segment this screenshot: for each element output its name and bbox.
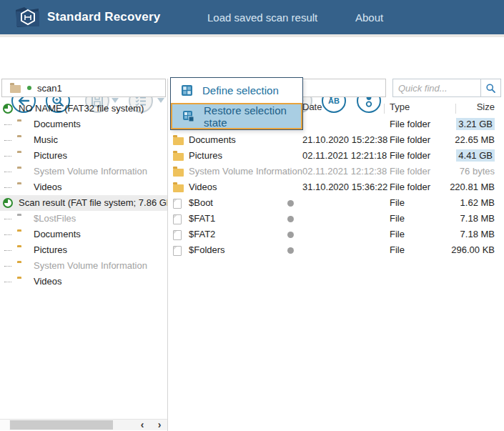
- file-list: File folder 3.21 GB Documents 21.10.2020…: [170, 117, 504, 258]
- menu-load-saved-scan-result[interactable]: Load saved scan result: [207, 0, 317, 34]
- file-row[interactable]: System Volume Information 02.11.2021 12:…: [170, 164, 504, 179]
- tree-item-label: NO NAME (FAT32 file system): [19, 101, 144, 117]
- no-date-dot-icon: [287, 247, 294, 254]
- tree-connector: [4, 250, 11, 251]
- menu-item-label: Restore selection state: [204, 104, 301, 129]
- file-name: $Boot: [189, 195, 213, 211]
- tree-item-label: Music: [34, 132, 58, 148]
- file-icon: [173, 199, 182, 209]
- file-date: 21.10.2020 15:22:38: [302, 132, 381, 148]
- tree-item-label: Pictures: [34, 148, 67, 164]
- scan-folder-icon: [10, 85, 21, 93]
- scroll-right-button[interactable]: ›: [151, 420, 168, 430]
- file-name: Documents: [189, 132, 236, 148]
- disk-icon: [3, 104, 13, 114]
- file-size: 296.00 KB: [422, 242, 495, 258]
- disk-icon: [3, 198, 13, 208]
- file-size: 76 bytes: [422, 164, 495, 179]
- column-separator: [384, 104, 385, 114]
- no-date-dot-icon: [287, 232, 294, 238]
- file-size: 7.18 MB: [422, 227, 495, 242]
- file-row[interactable]: $FAT2 File 7.18 MB: [170, 227, 504, 242]
- quick-find-box: [392, 79, 501, 97]
- file-row[interactable]: $FAT1 File 7.18 MB: [170, 211, 504, 227]
- file-row[interactable]: Pictures 02.11.2021 12:21:18 File folder…: [170, 148, 504, 164]
- scroll-left-button[interactable]: ‹: [134, 420, 151, 430]
- scrollbar-lead: [0, 420, 9, 430]
- tree-item[interactable]: Documents: [0, 227, 167, 242]
- file-size: 7.18 MB: [422, 211, 495, 227]
- file-row[interactable]: $Folders File 296.00 KB: [170, 242, 504, 258]
- tree-item-label: Videos: [34, 274, 62, 289]
- file-row[interactable]: Videos 31.10.2020 15:36:22 File folder 2…: [170, 179, 504, 195]
- tree-connector: [4, 266, 11, 267]
- folder-tree: NO NAME (FAT32 file system) Documents Mu…: [0, 101, 167, 289]
- file-date: 02.11.2021 12:12:38: [302, 164, 381, 179]
- folder-icon: [173, 137, 184, 145]
- file-icon: [173, 230, 182, 240]
- menu-item-define-selection[interactable]: Define selection: [171, 78, 302, 103]
- file-name: $FAT2: [189, 227, 215, 242]
- tree-item[interactable]: Pictures: [0, 242, 167, 258]
- title-bar: Standard Recovery Load saved scan result…: [0, 0, 504, 34]
- tree-item[interactable]: Videos: [0, 274, 167, 289]
- tree-item-label: Pictures: [34, 242, 67, 258]
- tree-connector: [4, 234, 11, 235]
- tree-item-label: System Volume Information: [34, 164, 147, 179]
- tree-item-label: Documents: [34, 227, 81, 242]
- panel-divider: [167, 79, 168, 431]
- selection-dropdown-menu: Define selection Restore selection state: [170, 77, 303, 130]
- define-selection-icon: [181, 84, 193, 96]
- file-size: 1.62 MB: [422, 195, 495, 211]
- tree-item-label: Scan result (FAT file system; 7.86 GB in…: [19, 195, 167, 211]
- file-name: System Volume Information: [189, 164, 302, 179]
- tree-item[interactable]: System Volume Information: [0, 258, 167, 274]
- quick-find-button[interactable]: [480, 79, 500, 96]
- tree-item-label: System Volume Information: [34, 258, 147, 274]
- menu-about[interactable]: About: [355, 0, 383, 34]
- tree-item[interactable]: Pictures: [0, 148, 167, 164]
- scan-tab-label: scan1: [37, 83, 62, 94]
- column-header-date[interactable]: Date: [302, 101, 322, 112]
- search-icon: [485, 82, 497, 94]
- green-status-dot: [27, 86, 31, 90]
- file-name: Videos: [189, 179, 217, 195]
- tree-item-label: $LostFiles: [34, 211, 76, 227]
- folder-icon: [173, 169, 184, 177]
- tree-item-label: Videos: [34, 179, 62, 195]
- tree-item-label: Documents: [34, 117, 81, 132]
- menu-item-restore-selection-state[interactable]: Restore selection state: [171, 103, 302, 129]
- tree-item[interactable]: System Volume Information: [0, 164, 167, 179]
- column-header-type[interactable]: Type: [390, 101, 410, 112]
- tree-horizontal-scrollbar[interactable]: ‹ ›: [0, 419, 167, 430]
- quick-find-input[interactable]: [393, 79, 480, 96]
- app-title: Standard Recovery: [47, 0, 160, 34]
- file-name: $Folders: [189, 242, 225, 258]
- restore-selection-icon: [182, 110, 194, 122]
- tree-connector: [4, 282, 11, 282]
- column-header-size[interactable]: Size: [458, 101, 495, 112]
- tree-connector: [4, 156, 11, 157]
- app-logo-icon: [14, 4, 41, 30]
- file-row[interactable]: Documents 21.10.2020 15:22:38 File folde…: [170, 132, 504, 148]
- menu-item-label: Define selection: [202, 84, 279, 96]
- folder-icon: [173, 184, 184, 192]
- scan-tab[interactable]: scan1: [1, 79, 166, 97]
- no-date-dot-icon: [287, 216, 294, 222]
- app-window: Standard Recovery Load saved scan result…: [0, 0, 504, 431]
- file-name: $FAT1: [189, 211, 215, 227]
- tree-connector: [4, 219, 11, 219]
- tree-item[interactable]: $LostFiles: [0, 211, 167, 227]
- tree-item[interactable]: Documents: [0, 117, 167, 132]
- tree-item[interactable]: Videos: [0, 179, 167, 195]
- scrollbar-thumb[interactable]: [10, 420, 113, 430]
- file-icon: [173, 214, 182, 224]
- tree-connector: [4, 140, 11, 141]
- tree-connector: [4, 124, 11, 125]
- file-size: 220.81 MB: [422, 179, 495, 195]
- tree-item[interactable]: Scan result (FAT file system; 7.86 GB in…: [0, 195, 167, 211]
- file-row[interactable]: $Boot File 1.62 MB: [170, 195, 504, 211]
- tree-item[interactable]: Music: [0, 132, 167, 148]
- tree-item[interactable]: NO NAME (FAT32 file system): [0, 101, 167, 117]
- toolbar: ĀB: [0, 37, 504, 79]
